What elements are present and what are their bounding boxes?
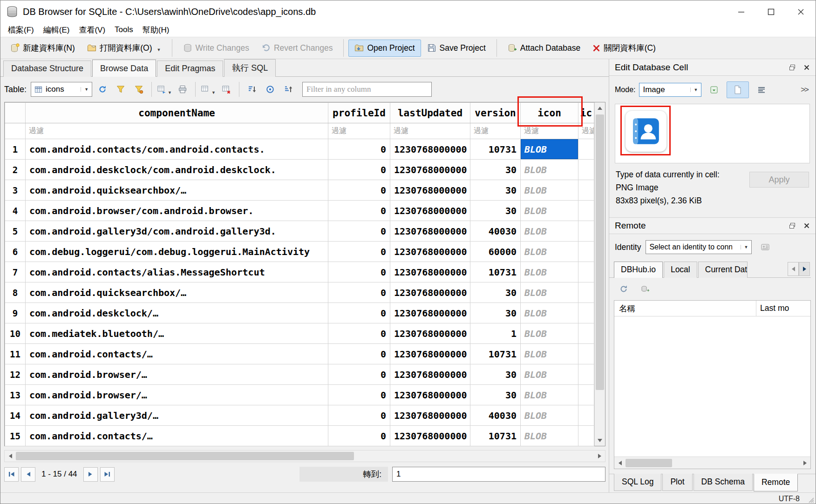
filter-icon[interactable]: 過濾 — [521, 123, 578, 139]
cell-lastUpdated[interactable]: 1230768000000 — [390, 323, 470, 344]
cell-version[interactable]: 10731 — [470, 344, 521, 364]
cell-version[interactable]: 30 — [470, 160, 521, 180]
mode-select[interactable]: Image ▼ — [639, 83, 701, 97]
row-number[interactable]: 6 — [5, 242, 26, 262]
cell-version[interactable]: 30 — [470, 201, 521, 221]
insert-record-button[interactable]: ▼ — [156, 82, 172, 97]
cell-componentName[interactable]: com.android.deskclock/com.android.deskcl… — [26, 160, 328, 180]
attach-database-button[interactable]: Attach Database — [502, 40, 586, 57]
cell-profileId[interactable]: 0 — [328, 139, 390, 160]
cell-icon[interactable]: BLOB — [521, 201, 578, 221]
dock-tab-remote[interactable]: Remote — [754, 474, 798, 491]
tab-scroll-right-icon[interactable] — [799, 262, 810, 276]
col-componentName[interactable]: componentName — [26, 103, 328, 123]
image-view-button[interactable] — [727, 81, 749, 98]
cell-icon[interactable]: BLOB — [521, 364, 578, 385]
cell-extra[interactable] — [578, 344, 594, 364]
cell-icon[interactable]: BLOB — [521, 160, 578, 180]
remote-refresh-button[interactable] — [616, 282, 632, 296]
cell-icon[interactable]: BLOB — [521, 180, 578, 201]
menu-view[interactable]: 查看(V) — [74, 23, 110, 37]
cell-version[interactable]: 40030 — [470, 405, 521, 426]
cell-lastUpdated[interactable]: 1230768000000 — [390, 426, 470, 446]
identity-select[interactable]: Select an identity to conne ▼ — [646, 240, 752, 254]
cell-lastUpdated[interactable]: 1230768000000 — [390, 405, 470, 426]
row-number[interactable]: 15 — [5, 426, 26, 446]
cell-icon[interactable]: BLOB — [521, 344, 578, 364]
scroll-thumb[interactable] — [626, 459, 672, 467]
cell-extra[interactable] — [578, 364, 594, 385]
cell-componentName[interactable]: com.android.contacts/… — [26, 426, 328, 446]
scroll-right-icon[interactable] — [799, 457, 810, 469]
remote-horizontal-scrollbar[interactable] — [614, 457, 810, 469]
row-number[interactable]: 7 — [5, 262, 26, 282]
last-page-button[interactable] — [100, 467, 115, 482]
cell-componentName[interactable]: com.android.gallery3d/… — [26, 405, 328, 426]
minimize-button[interactable] — [726, 0, 756, 23]
cell-componentName[interactable]: com.android.browser/… — [26, 364, 328, 385]
cell-extra[interactable] — [578, 405, 594, 426]
chevron-down-icon[interactable]: ▼ — [157, 47, 161, 54]
cell-icon[interactable]: BLOB — [521, 303, 578, 323]
cell-componentName[interactable]: com.android.contacts/com.android.contact… — [26, 139, 328, 160]
cell-profileId[interactable]: 0 — [328, 282, 390, 303]
cell-version[interactable]: 30 — [470, 303, 521, 323]
row-number[interactable]: 2 — [5, 160, 26, 180]
print-button[interactable] — [175, 82, 190, 97]
cell-lastUpdated[interactable]: 1230768000000 — [390, 303, 470, 323]
scroll-left-icon[interactable] — [5, 450, 16, 462]
remote-name-column[interactable]: 名稱 — [614, 301, 756, 316]
cell-profileId[interactable]: 0 — [328, 303, 390, 323]
menu-tools[interactable]: Tools — [110, 24, 138, 36]
save-project-button[interactable]: Save Project — [421, 40, 492, 57]
dock-tab-plot[interactable]: Plot — [662, 474, 692, 491]
apply-button[interactable]: Apply — [749, 172, 809, 188]
row-number[interactable]: 10 — [5, 323, 26, 344]
remote-tab-current-database[interactable]: Current Dat — [698, 262, 748, 278]
cell-extra[interactable] — [578, 262, 594, 282]
sort-desc-button[interactable] — [280, 82, 296, 97]
menu-help[interactable]: 幫助(H) — [138, 23, 174, 37]
maximize-button[interactable] — [756, 0, 786, 23]
tab-scroll-left-icon[interactable] — [788, 262, 799, 276]
cell-profileId[interactable]: 0 — [328, 344, 390, 364]
open-project-button[interactable]: Open Project — [348, 40, 421, 57]
overflow-chevrons-icon[interactable]: >> — [801, 85, 810, 94]
tab-edit-pragmas[interactable]: Edit Pragmas — [157, 60, 223, 77]
scroll-down-icon[interactable] — [595, 435, 605, 446]
cell-version[interactable]: 30 — [470, 282, 521, 303]
cell-componentName[interactable]: com.android.contacts/alias.MessageShortc… — [26, 262, 328, 282]
cell-profileId[interactable]: 0 — [328, 201, 390, 221]
col-profileId[interactable]: profileId — [328, 103, 390, 123]
row-number[interactable]: 4 — [5, 201, 26, 221]
float-panel-icon[interactable] — [789, 64, 796, 71]
cell-version[interactable]: 40030 — [470, 221, 521, 242]
remote-tab-dbhub[interactable]: DBHub.io — [614, 262, 663, 278]
scroll-thumb[interactable] — [16, 452, 354, 460]
cell-lastUpdated[interactable]: 1230768000000 — [390, 180, 470, 201]
col-icon[interactable]: icon — [521, 103, 578, 123]
cell-componentName[interactable]: com.android.browser/… — [26, 385, 328, 405]
cell-icon[interactable]: BLOB — [521, 323, 578, 344]
cell-extra[interactable] — [578, 180, 594, 201]
cell-extra[interactable] — [578, 385, 594, 405]
cell-lastUpdated[interactable]: 1230768000000 — [390, 282, 470, 303]
row-number[interactable]: 14 — [5, 405, 26, 426]
filter-options-button[interactable] — [131, 82, 147, 97]
cell-profileId[interactable]: 0 — [328, 385, 390, 405]
cell-icon[interactable]: BLOB — [521, 242, 578, 262]
cell-extra[interactable] — [578, 160, 594, 180]
resize-grip-icon[interactable] — [809, 497, 814, 503]
close-panel-icon[interactable] — [803, 222, 810, 229]
clear-filters-button[interactable] — [113, 82, 129, 97]
cell-profileId[interactable]: 0 — [328, 262, 390, 282]
table-select[interactable]: icons ▼ — [31, 82, 92, 97]
cell-extra[interactable] — [578, 323, 594, 344]
cell-componentName[interactable]: com.android.browser/com.android.browser. — [26, 201, 328, 221]
remote-list-body[interactable] — [614, 316, 810, 457]
text-view-button[interactable] — [753, 82, 770, 97]
cell-version[interactable]: 60000 — [470, 242, 521, 262]
cell-lastUpdated[interactable]: 1230768000000 — [390, 160, 470, 180]
cell-version[interactable]: 30 — [470, 180, 521, 201]
encoding-label[interactable]: UTF-8 — [779, 495, 800, 503]
